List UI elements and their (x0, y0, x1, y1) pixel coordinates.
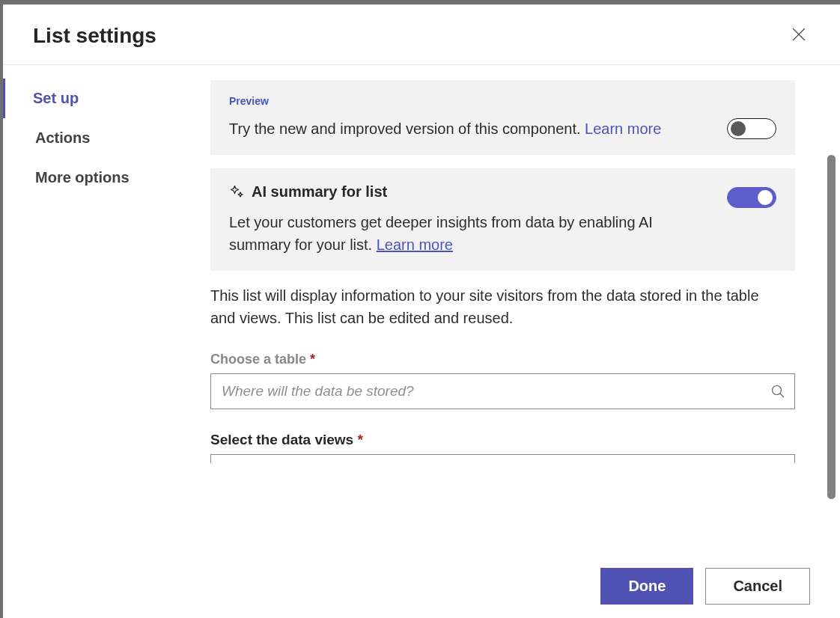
preview-card: Preview Try the new and improved version… (210, 80, 795, 155)
preview-toggle[interactable] (727, 118, 776, 139)
sidebar-item-actions[interactable]: Actions (3, 118, 210, 158)
close-icon (792, 28, 806, 41)
ai-summary-card: AI summary for list Let your customers g… (210, 168, 795, 271)
preview-learn-more-link[interactable]: Learn more (585, 120, 661, 137)
preview-row: Try the new and improved version of this… (229, 117, 776, 140)
dialog-footer: Done Cancel (3, 554, 840, 618)
list-settings-dialog: List settings Set up Actions More option… (3, 4, 840, 618)
main-content: Preview Try the new and improved version… (210, 65, 840, 554)
ai-title-row: AI summary for list (229, 183, 387, 201)
sidebar-item-more-options[interactable]: More options (3, 158, 210, 198)
select-views-label: Select the data views * (210, 432, 795, 448)
select-views-field: Select the data views * (210, 432, 795, 463)
sidebar-item-setup[interactable]: Set up (3, 79, 210, 118)
sidebar: Set up Actions More options (3, 65, 210, 554)
close-button[interactable] (788, 23, 810, 48)
scrollbar[interactable] (827, 155, 836, 499)
dialog-title: List settings (33, 24, 156, 48)
required-indicator: * (310, 352, 315, 367)
select-views-input[interactable] (210, 454, 795, 463)
ai-card-text: Let your customers get deeper insights f… (229, 211, 776, 256)
sparkle-icon (229, 185, 244, 200)
required-indicator: * (357, 432, 362, 447)
preview-badge: Preview (229, 95, 776, 107)
cancel-button[interactable]: Cancel (705, 568, 810, 605)
toggle-knob-icon (758, 190, 773, 205)
choose-table-input[interactable] (210, 373, 795, 409)
ai-card-header: AI summary for list (229, 183, 776, 211)
list-description: This list will display information to yo… (210, 284, 795, 329)
ai-learn-more-link[interactable]: Learn more (377, 236, 453, 253)
ai-card-title: AI summary for list (252, 183, 387, 201)
ai-summary-toggle[interactable] (727, 187, 776, 208)
choose-table-label: Choose a table * (210, 352, 795, 367)
choose-table-input-wrapper (210, 373, 795, 409)
dialog-header: List settings (3, 4, 840, 65)
done-button[interactable]: Done (600, 568, 693, 605)
preview-text: Try the new and improved version of this… (229, 117, 661, 140)
dialog-body: Set up Actions More options Preview Try … (3, 65, 840, 554)
choose-table-field: Choose a table * (210, 352, 795, 409)
toggle-knob-icon (731, 121, 746, 136)
